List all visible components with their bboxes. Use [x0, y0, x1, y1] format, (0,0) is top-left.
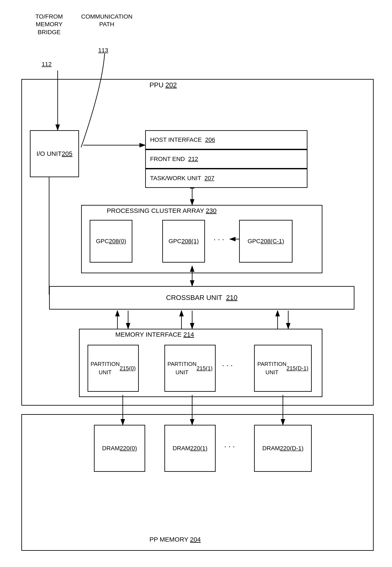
to-from-memory-bridge-number: 112 [42, 61, 52, 68]
communication-path-number: 113 [98, 47, 108, 54]
pp-memory-label: PP MEMORY 204 [149, 536, 201, 543]
partition-dots: · · · [222, 361, 233, 370]
crossbar-unit-box: CROSSBAR UNIT 210 [49, 286, 354, 310]
communication-path-label: COMMUNICATION PATH [81, 13, 132, 28]
dram0-box: DRAM220(0) [94, 425, 145, 472]
dram1-box: DRAM220(1) [164, 425, 216, 472]
gpc-dots: · · · [213, 235, 224, 244]
dram-dots: · · · [224, 442, 235, 451]
partition-unit0-box: PARTITIONUNIT215(0) [87, 345, 139, 392]
partition-unit1-box: PARTITIONUNIT215(1) [164, 345, 216, 392]
gpcn-box: GPC208(C-1) [239, 220, 293, 263]
host-interface-box: HOST INTERFACE 206 [145, 130, 308, 150]
dramn-box: DRAM220(D-1) [254, 425, 312, 472]
ppu-label: PPU 202 [149, 81, 177, 89]
gpc0-box: GPC208(0) [90, 220, 132, 263]
partition-unitn-box: PARTITIONUNIT215(D-1) [254, 345, 312, 392]
memory-interface-label: MEMORY INTERFACE 214 [115, 331, 194, 338]
io-unit-box: I/O UNIT205 [30, 130, 79, 177]
to-from-memory-bridge-label: TO/FROM MEMORY BRIDGE [26, 13, 73, 36]
gpc1-box: GPC208(1) [162, 220, 205, 263]
task-work-unit-box: TASK/WORK UNIT 207 [145, 169, 308, 188]
diagram-container: TO/FROM MEMORY BRIDGE 112 COMMUNICATION … [0, 0, 392, 567]
processing-cluster-array-label: PROCESSING CLUSTER ARRAY 230 [107, 207, 216, 214]
front-end-box: FRONT END 212 [145, 150, 308, 169]
